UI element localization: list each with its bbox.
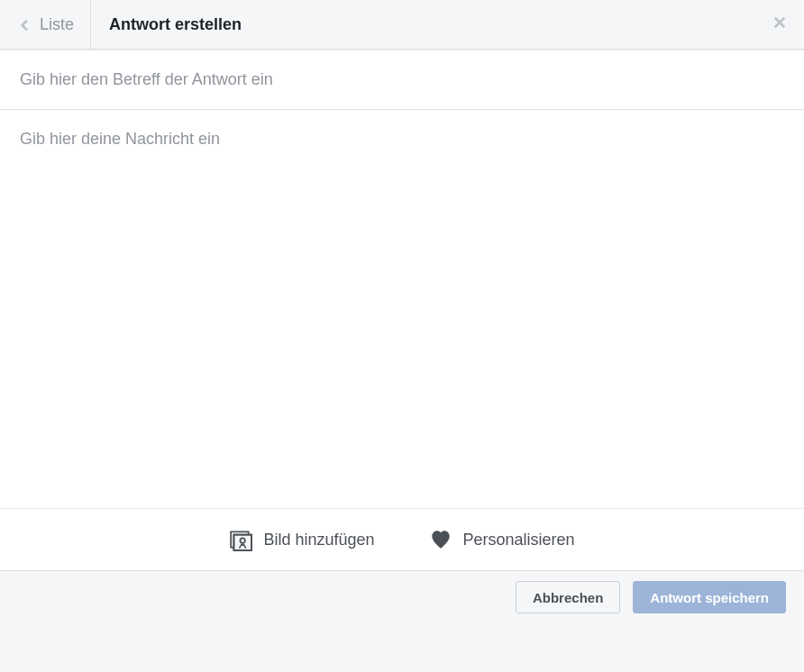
message-textarea[interactable] xyxy=(0,110,804,504)
back-label: Liste xyxy=(40,15,74,34)
personalize-button[interactable]: Personalisieren xyxy=(429,528,575,551)
subject-input[interactable] xyxy=(0,50,804,110)
chevron-left-icon xyxy=(18,18,31,31)
save-button[interactable]: Antwort speichern xyxy=(633,581,786,613)
cancel-button[interactable]: Abbrechen xyxy=(516,581,620,613)
dialog-header: Liste Antwort erstellen xyxy=(0,0,804,50)
close-icon xyxy=(772,14,788,34)
add-image-button[interactable]: Bild hinzufügen xyxy=(229,528,374,551)
dialog-content xyxy=(0,50,804,508)
back-button[interactable]: Liste xyxy=(0,0,91,49)
heart-icon xyxy=(429,528,452,551)
image-icon xyxy=(229,528,252,551)
personalize-label: Personalisieren xyxy=(463,531,575,549)
editor-toolbar: Bild hinzufügen Personalisieren xyxy=(0,508,804,571)
dialog-title: Antwort erstellen xyxy=(91,15,242,34)
add-image-label: Bild hinzufügen xyxy=(263,531,374,549)
close-button[interactable] xyxy=(772,16,788,32)
dialog-footer: Abbrechen Antwort speichern xyxy=(0,571,804,623)
